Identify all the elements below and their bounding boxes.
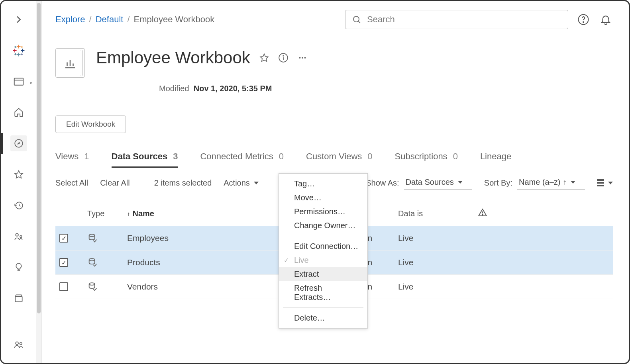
recents-clock-icon[interactable] (10, 198, 27, 213)
sort-by-label: Sort By: (484, 178, 512, 188)
svg-point-31 (583, 22, 584, 22)
menu-item-edit-connection[interactable]: Edit Connection… (279, 239, 367, 253)
row-data-is: Live (398, 233, 478, 243)
tab-connected-metrics[interactable]: Connected Metrics 0 (200, 151, 284, 167)
menu-item-tag[interactable]: Tag… (279, 177, 367, 191)
caret-down-icon (608, 182, 613, 184)
svg-rect-25 (15, 297, 22, 302)
tab-label: Lineage (480, 151, 511, 162)
svg-point-44 (482, 214, 483, 215)
actions-dropdown[interactable]: Actions (224, 178, 259, 188)
tab-lineage[interactable]: Lineage (480, 151, 511, 167)
favorites-star-icon[interactable] (10, 166, 27, 182)
workbook-modified: Modified Nov 1, 2020, 5:35 PM (55, 84, 613, 93)
svg-marker-21 (15, 170, 23, 178)
tab-count: 0 (367, 151, 372, 162)
column-data-is[interactable]: Data is (398, 209, 478, 218)
caret-down-icon (254, 182, 259, 184)
sort-by-value: Name (a–z) ↑ (519, 178, 567, 187)
row-checkbox[interactable]: ✓ (59, 258, 68, 267)
breadcrumb-separator: / (127, 14, 130, 25)
help-icon[interactable] (576, 12, 591, 27)
caret-down-icon: ▾ (30, 81, 32, 85)
tableau-logo-icon[interactable] (10, 43, 27, 59)
view-mode-toggle[interactable] (597, 179, 613, 186)
users-icon[interactable] (10, 337, 27, 352)
sort-by-select[interactable]: Name (a–z) ↑ (517, 176, 585, 190)
actions-menu: Tag… Move… Permissions… Change Owner… Ed… (279, 173, 368, 329)
menu-item-delete[interactable]: Delete… (279, 311, 367, 325)
shared-with-me-icon[interactable] (10, 229, 27, 245)
vertical-scrollbar[interactable] (36, 1, 42, 363)
notifications-bell-icon[interactable] (599, 12, 613, 27)
caret-down-icon (458, 181, 463, 184)
svg-point-23 (16, 233, 18, 236)
window-icon[interactable]: ▾ (10, 74, 27, 90)
breadcrumb: Explore / Default / Employee Workbook (55, 14, 214, 25)
info-icon[interactable] (278, 53, 289, 63)
breadcrumb-separator: / (89, 14, 92, 25)
caret-down-icon (571, 181, 575, 184)
menu-item-permissions[interactable]: Permissions… (279, 205, 367, 219)
edit-workbook-button[interactable]: Edit Workbook (55, 115, 126, 133)
data-source-icon (87, 281, 127, 292)
select-all-link[interactable]: Select All (55, 178, 88, 188)
row-checkbox[interactable]: ✓ (59, 234, 68, 243)
home-icon[interactable] (10, 104, 27, 120)
actions-label: Actions (224, 178, 250, 188)
recommendations-lightbulb-icon[interactable] (10, 260, 27, 276)
tab-views[interactable]: Views 1 (55, 151, 89, 167)
svg-point-42 (304, 57, 306, 59)
breadcrumb-parent-link[interactable]: Default (96, 14, 124, 25)
tab-subscriptions[interactable]: Subscriptions 0 (395, 151, 458, 167)
svg-point-39 (283, 55, 284, 56)
collections-box-icon[interactable] (10, 290, 27, 306)
svg-point-28 (353, 16, 359, 22)
tab-data-sources[interactable]: Data Sources 3 (112, 151, 178, 168)
selection-count: 2 items selected (154, 178, 212, 188)
tab-count: 0 (279, 151, 284, 162)
svg-point-40 (299, 57, 300, 59)
content-tabs: Views 1 Data Sources 3 Connected Metrics… (55, 151, 613, 167)
svg-point-45 (89, 234, 95, 237)
tab-label: Custom Views (306, 151, 362, 162)
breadcrumb-root-link[interactable]: Explore (55, 14, 85, 25)
page-title: Employee Workbook (96, 48, 250, 67)
tab-custom-views[interactable]: Custom Views 0 (306, 151, 372, 167)
explore-icon[interactable] (10, 135, 27, 151)
svg-point-47 (89, 283, 95, 285)
tab-label: Data Sources (112, 151, 168, 162)
warning-column-icon (478, 208, 550, 219)
search-input[interactable]: Search (345, 10, 568, 29)
row-checkbox[interactable] (59, 282, 68, 291)
menu-item-refresh-extracts[interactable]: Refresh Extracts… (279, 281, 367, 304)
workbook-thumbnail (55, 48, 85, 78)
row-data-is: Live (398, 282, 478, 292)
list-view-icon (597, 179, 604, 186)
favorite-star-icon[interactable] (259, 53, 269, 63)
data-source-icon (87, 233, 127, 244)
modified-label: Modified (159, 84, 189, 93)
tab-label: Views (55, 151, 79, 162)
svg-line-29 (358, 21, 360, 23)
breadcrumb-current: Employee Workbook (134, 14, 215, 25)
show-as-select[interactable]: Data Sources (404, 176, 472, 190)
menu-item-live: ✓ Live (279, 253, 367, 267)
menu-item-extract[interactable]: Extract (279, 267, 367, 281)
main-content: Explore / Default / Employee Workbook Se… (42, 1, 629, 363)
top-bar: Explore / Default / Employee Workbook Se… (55, 10, 613, 29)
tab-count: 0 (453, 151, 458, 162)
scroll-thumb[interactable] (37, 3, 41, 313)
collapse-nav-button[interactable] (10, 12, 27, 27)
more-actions-icon[interactable] (297, 53, 308, 63)
menu-item-change-owner[interactable]: Change Owner… (279, 219, 367, 233)
workbook-header: Employee Workbook (55, 48, 613, 78)
clear-all-link[interactable]: Clear All (100, 178, 130, 188)
svg-marker-20 (17, 142, 20, 145)
tab-count: 3 (173, 151, 178, 162)
column-type[interactable]: Type (87, 209, 127, 218)
search-icon (352, 15, 361, 24)
menu-item-move[interactable]: Move… (279, 191, 367, 205)
svg-rect-17 (14, 78, 23, 85)
svg-point-41 (302, 57, 303, 59)
